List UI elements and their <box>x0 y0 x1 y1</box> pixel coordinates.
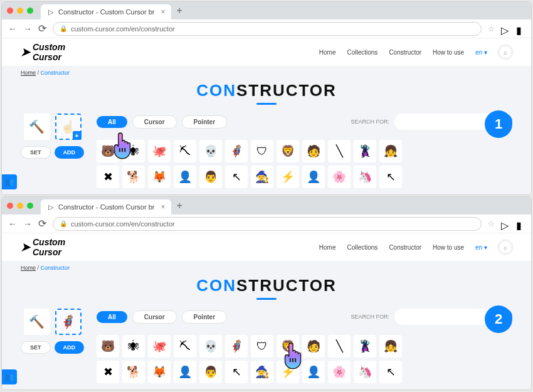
preview-pointer-box[interactable]: ☝ + <box>55 114 82 140</box>
forward-button[interactable]: → <box>23 24 32 34</box>
forward-button[interactable]: → <box>23 219 32 229</box>
language-selector[interactable]: en ▾ <box>475 49 487 56</box>
cursor-item[interactable]: 🦄 <box>354 361 376 383</box>
add-pointer-badge[interactable]: + <box>73 131 82 140</box>
bookmark-star-icon[interactable]: ☆ <box>488 24 495 33</box>
filter-cursor[interactable]: Cursor <box>132 115 177 129</box>
cursor-item[interactable]: ✖ <box>97 166 119 188</box>
search-input[interactable] <box>394 309 488 325</box>
extension-batman-icon[interactable]: ▮ <box>516 24 525 33</box>
cursor-item[interactable]: 👧 <box>379 140 402 162</box>
cursor-item[interactable]: 🦁 <box>277 140 299 162</box>
site-logo[interactable]: ➤ CustomCursor <box>21 42 65 62</box>
browser-tab[interactable]: ▷ Constructor - Custom Cursor br × <box>41 199 171 215</box>
close-window-icon[interactable] <box>7 203 13 209</box>
cursor-item[interactable]: 🐕 <box>122 166 145 188</box>
back-button[interactable]: ← <box>8 24 17 34</box>
cursor-item[interactable]: 🛡 <box>251 140 273 162</box>
address-bar[interactable]: 🔒 custom-cursor.com/en/constructor <box>53 217 482 231</box>
cursor-item[interactable]: 🦊 <box>148 166 171 188</box>
search-input[interactable] <box>394 114 488 130</box>
cursor-item[interactable]: 👤 <box>302 166 325 188</box>
add-button[interactable]: ADD <box>55 146 85 159</box>
cursor-item[interactable]: 🐕 <box>122 361 145 383</box>
maximize-window-icon[interactable] <box>27 203 33 209</box>
cursor-item[interactable]: 👤 <box>302 361 325 383</box>
cursor-item[interactable]: ╲ <box>328 335 351 358</box>
nav-search-icon[interactable]: ⌕ <box>499 45 512 59</box>
cursor-item[interactable]: 🌸 <box>328 361 351 383</box>
extension-cursor-icon[interactable]: ▷ <box>501 24 510 33</box>
filter-all[interactable]: All <box>97 311 127 323</box>
cursor-item[interactable]: 🦄 <box>354 166 376 188</box>
cursor-item[interactable]: 🦁 <box>277 335 299 358</box>
minimize-window-icon[interactable] <box>17 203 23 209</box>
cursor-item[interactable]: 🛡 <box>251 335 273 358</box>
cursor-item[interactable]: ⚡ <box>277 361 299 383</box>
nav-constructor[interactable]: Constructor <box>389 49 421 56</box>
nav-howto[interactable]: How to use <box>433 244 464 251</box>
side-social-tab[interactable]: 👥 <box>2 174 17 189</box>
cursor-item[interactable]: ↖ <box>379 166 402 188</box>
cursor-item[interactable]: 👤 <box>174 166 196 188</box>
cursor-item[interactable]: 🌸 <box>328 166 351 188</box>
preview-pointer-box[interactable]: 🦸 <box>55 309 82 335</box>
close-window-icon[interactable] <box>7 8 13 14</box>
cursor-item[interactable]: 🧙 <box>251 166 273 188</box>
reload-button[interactable]: ⟳ <box>38 23 46 34</box>
cursor-item[interactable]: 🐙 <box>148 335 171 358</box>
close-tab-icon[interactable]: × <box>161 8 165 16</box>
cursor-item[interactable]: ⛏ <box>174 335 196 358</box>
cursor-item[interactable]: 🦹 <box>354 140 376 162</box>
set-button[interactable]: SET <box>21 341 51 354</box>
filter-pointer[interactable]: Pointer <box>182 310 227 324</box>
side-social-tab[interactable]: 👥 <box>2 369 17 384</box>
cursor-item[interactable]: 🧑 <box>302 140 325 162</box>
cursor-item[interactable]: 💀 <box>199 335 222 358</box>
site-logo[interactable]: ➤ CustomCursor <box>21 237 65 257</box>
address-bar[interactable]: 🔒 custom-cursor.com/en/constructor <box>53 22 482 36</box>
cursor-item[interactable]: 🐙 <box>148 140 171 162</box>
filter-pointer[interactable]: Pointer <box>182 115 227 129</box>
nav-constructor[interactable]: Constructor <box>389 244 421 251</box>
filter-all[interactable]: All <box>97 116 127 128</box>
extension-batman-icon[interactable]: ▮ <box>516 220 525 228</box>
cursor-item[interactable]: ↖ <box>225 166 248 188</box>
maximize-window-icon[interactable] <box>27 8 33 14</box>
breadcrumb-home[interactable]: Home <box>21 70 36 76</box>
cursor-item[interactable]: 🕷 <box>122 335 145 358</box>
cursor-item[interactable]: ✖ <box>97 361 119 383</box>
new-tab-button[interactable]: + <box>176 200 182 211</box>
cursor-item[interactable]: 👧 <box>379 335 402 358</box>
nav-howto[interactable]: How to use <box>433 49 464 56</box>
cursor-item[interactable]: 🦹 <box>354 335 376 358</box>
cursor-item[interactable]: ⛏ <box>174 140 196 162</box>
minimize-window-icon[interactable] <box>17 8 23 14</box>
reload-button[interactable]: ⟳ <box>38 218 46 230</box>
nav-home[interactable]: Home <box>319 244 336 251</box>
cursor-item[interactable]: 🕷 <box>122 140 145 162</box>
nav-search-icon[interactable]: ⌕ <box>499 240 512 254</box>
cursor-item[interactable]: 🧙 <box>251 361 273 383</box>
filter-cursor[interactable]: Cursor <box>132 310 177 324</box>
cursor-item[interactable]: 🐻 <box>97 140 119 162</box>
cursor-item[interactable]: ⚡ <box>277 166 299 188</box>
preview-cursor-box[interactable]: 🔨 <box>24 309 50 335</box>
browser-tab[interactable]: ▷ Constructor - Custom Cursor br × <box>41 4 171 19</box>
cursor-item[interactable]: 🦸 <box>225 335 248 358</box>
close-tab-icon[interactable]: × <box>161 203 165 211</box>
breadcrumb-home[interactable]: Home <box>21 265 36 271</box>
language-selector[interactable]: en ▾ <box>475 244 487 251</box>
extension-cursor-icon[interactable]: ▷ <box>501 220 510 228</box>
nav-collections[interactable]: Collections <box>347 244 377 251</box>
add-button[interactable]: ADD <box>55 341 85 354</box>
cursor-item[interactable]: 🦸 <box>225 140 248 162</box>
nav-collections[interactable]: Collections <box>347 49 377 56</box>
new-tab-button[interactable]: + <box>176 5 182 16</box>
cursor-item[interactable]: 🦊 <box>148 361 171 383</box>
cursor-item[interactable]: 🐻 <box>97 335 119 358</box>
nav-home[interactable]: Home <box>319 49 336 56</box>
cursor-item[interactable]: ╲ <box>328 140 351 162</box>
cursor-item[interactable]: 💀 <box>199 140 222 162</box>
set-button[interactable]: SET <box>21 146 51 159</box>
